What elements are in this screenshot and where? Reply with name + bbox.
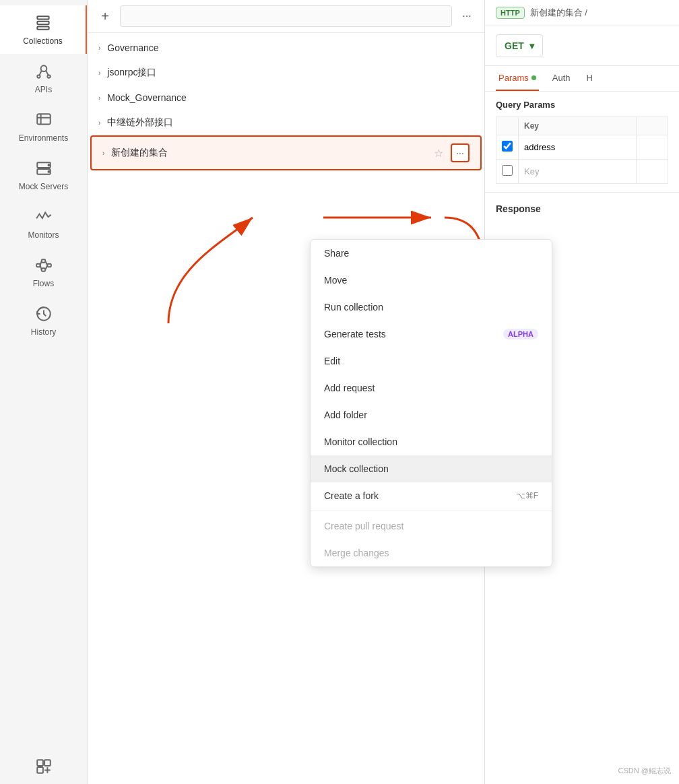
- collection-name: Mock_Governance: [107, 92, 474, 103]
- menu-item-mock-collection[interactable]: Mock collection: [311, 455, 552, 482]
- menu-item-label: Add folder: [324, 410, 367, 420]
- filter-input[interactable]: [120, 5, 452, 27]
- response-section: Response: [485, 192, 679, 225]
- collection-name: 中继链外部接口: [107, 117, 474, 129]
- row-value-placeholder[interactable]: [636, 160, 668, 184]
- tab-params[interactable]: Params: [496, 66, 539, 91]
- tab-headers[interactable]: H: [584, 66, 595, 91]
- apis-icon: [34, 62, 53, 81]
- svg-point-15: [48, 171, 49, 172]
- menu-item-edit[interactable]: Edit: [311, 348, 552, 374]
- collections-icon: [34, 13, 53, 32]
- row-key-placeholder[interactable]: Key: [519, 160, 637, 184]
- apis-label: APIs: [35, 85, 52, 94]
- method-chevron: ▾: [529, 40, 534, 51]
- table-row: address: [496, 135, 668, 160]
- col-header-checkbox: [496, 117, 519, 135]
- sidebar-item-collections[interactable]: Collections: [0, 5, 87, 54]
- collections-panel: + ··· › Governance › jsonrpc接口 › Mock_Go…: [88, 0, 485, 784]
- flows-label: Flows: [33, 279, 54, 288]
- collection-name: Governance: [107, 42, 474, 53]
- sidebar-item-history[interactable]: History: [0, 296, 87, 345]
- menu-item-monitor-collection[interactable]: Monitor collection: [311, 428, 552, 455]
- svg-point-14: [48, 164, 49, 166]
- tab-label: Auth: [552, 73, 571, 83]
- svg-rect-27: [37, 767, 43, 773]
- menu-item-run-collection[interactable]: Run collection: [311, 294, 552, 321]
- sidebar-item-apis[interactable]: APIs: [0, 54, 87, 102]
- mock-servers-label: Mock Servers: [19, 182, 68, 191]
- mock-servers-icon: [34, 159, 53, 178]
- add-collection-button[interactable]: +: [96, 7, 115, 26]
- menu-item-create-pull-request: Create pull request: [311, 513, 552, 540]
- row-checkbox-cell: [496, 135, 519, 160]
- menu-item-label: Merge changes: [324, 548, 389, 558]
- sidebar-item-mock-servers[interactable]: Mock Servers: [0, 151, 87, 199]
- collections-label: Collections: [23, 36, 63, 46]
- http-badge: HTTP: [496, 7, 525, 19]
- menu-item-label: Create pull request: [324, 521, 403, 531]
- query-params-section: Query Params Key address: [485, 92, 679, 192]
- svg-rect-0: [37, 16, 48, 19]
- flows-icon: [34, 256, 53, 275]
- sidebar-nav: Collections APIs Environments: [0, 0, 88, 784]
- menu-item-label: Generate tests: [324, 329, 386, 339]
- table-row-placeholder: Key: [496, 160, 668, 184]
- chevron-icon: ›: [98, 44, 100, 52]
- svg-rect-26: [44, 760, 51, 766]
- menu-item-share[interactable]: Share: [311, 240, 552, 267]
- menu-item-move[interactable]: Move: [311, 267, 552, 294]
- svg-point-6: [47, 75, 50, 77]
- menu-item-generate-tests[interactable]: Generate tests ALPHA: [311, 321, 552, 348]
- chevron-icon: ›: [98, 94, 100, 102]
- watermark: CSDN @鲲志说: [618, 766, 671, 776]
- menu-divider: [311, 511, 552, 511]
- tab-auth[interactable]: Auth: [550, 66, 573, 91]
- row-value-cell[interactable]: [636, 135, 668, 160]
- svg-rect-25: [37, 760, 43, 766]
- chevron-icon: ›: [98, 69, 100, 77]
- row-checkbox[interactable]: [502, 141, 513, 152]
- collection-name: 新创建的集合: [111, 147, 425, 159]
- sidebar-item-flows[interactable]: Flows: [0, 248, 87, 296]
- menu-item-add-request[interactable]: Add request: [311, 374, 552, 401]
- tab-label: H: [587, 73, 593, 83]
- environments-label: Environments: [19, 133, 68, 143]
- sidebar-item-new[interactable]: [0, 749, 87, 784]
- collection-item-jsonrpc[interactable]: › jsonrpc接口: [88, 60, 484, 86]
- collection-item-new-collection[interactable]: › 新创建的集合 ☆ ···: [90, 135, 482, 170]
- more-options-button[interactable]: ···: [451, 143, 470, 162]
- menu-item-label: Create a fork: [324, 490, 379, 501]
- menu-item-label: Run collection: [324, 302, 383, 313]
- svg-point-5: [37, 75, 40, 77]
- row-key-cell[interactable]: address: [519, 135, 637, 160]
- breadcrumb: 新创建的集合 /: [530, 7, 587, 19]
- tabs-row: Params Auth H: [485, 66, 679, 92]
- row-checkbox-empty[interactable]: [502, 165, 513, 176]
- alpha-badge: ALPHA: [503, 329, 538, 339]
- collection-item-mock-governance[interactable]: › Mock_Governance: [88, 86, 484, 110]
- query-params-title: Query Params: [496, 100, 668, 110]
- svg-rect-2: [37, 26, 48, 29]
- toolbar-more-button[interactable]: ···: [457, 7, 476, 26]
- svg-rect-18: [41, 268, 44, 271]
- svg-line-22: [45, 261, 47, 266]
- sidebar-item-environments[interactable]: Environments: [0, 102, 87, 151]
- menu-shortcut: ⌥⌘F: [516, 491, 538, 500]
- row-checkbox-cell-empty: [496, 160, 519, 184]
- svg-rect-9: [37, 114, 51, 124]
- star-button[interactable]: ☆: [430, 145, 447, 161]
- col-header-value: [636, 117, 668, 135]
- response-title: Response: [496, 203, 668, 214]
- collection-item-governance[interactable]: › Governance: [88, 36, 484, 60]
- menu-item-add-folder[interactable]: Add folder: [311, 401, 552, 428]
- svg-line-23: [45, 265, 47, 270]
- sidebar-item-monitors[interactable]: Monitors: [0, 199, 87, 248]
- method-select[interactable]: GET ▾: [496, 34, 543, 57]
- collection-name: jsonrpc接口: [107, 67, 474, 79]
- svg-line-20: [40, 261, 41, 266]
- collection-item-relay[interactable]: › 中继链外部接口: [88, 110, 484, 135]
- menu-item-create-fork[interactable]: Create a fork ⌥⌘F: [311, 482, 552, 509]
- chevron-icon: ›: [102, 150, 104, 157]
- params-dot: [531, 75, 536, 80]
